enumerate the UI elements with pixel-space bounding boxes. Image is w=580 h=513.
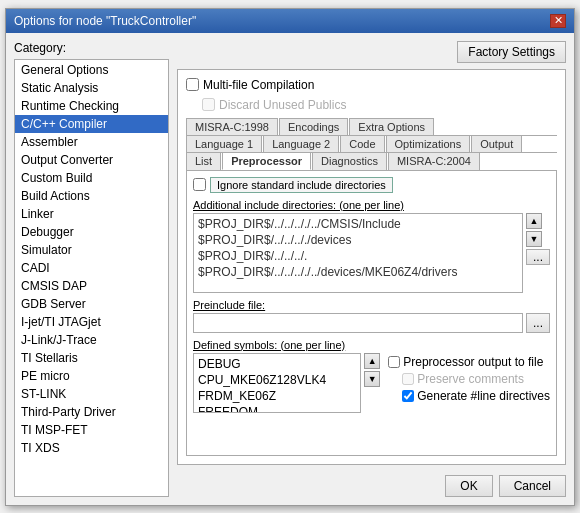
tab-misra-c-2004[interactable]: MISRA-C:2004 — [388, 152, 480, 170]
generate-line-label: Generate #line directives — [388, 389, 550, 403]
additional-dirs-section: Additional include directories: (one per… — [193, 199, 550, 293]
main-window: Options for node "TruckController" ✕ Cat… — [5, 8, 575, 506]
sidebar-item[interactable]: Output Converter — [15, 151, 168, 169]
sidebar-item[interactable]: Debugger — [15, 223, 168, 241]
preprocessor-output-label: Preprocessor output to file — [388, 355, 550, 369]
sidebar-item[interactable]: Static Analysis — [15, 79, 168, 97]
sidebar-item[interactable]: CADI — [15, 259, 168, 277]
preprocessor-output-checkbox[interactable] — [388, 356, 400, 368]
preserve-comments-checkbox[interactable] — [402, 373, 414, 385]
bottom-bar: OK Cancel — [177, 471, 566, 497]
sidebar-item[interactable]: I-jet/TI JTAGjet — [15, 313, 168, 331]
sidebar-item[interactable]: TI Stellaris — [15, 349, 168, 367]
sidebar-item[interactable]: Assembler — [15, 133, 168, 151]
preinclude-input-row: ... — [193, 313, 550, 333]
tab-language-2[interactable]: Language 2 — [263, 135, 339, 152]
dir-list-item: $PROJ_DIR$/../../.././../devices/MKE06Z4… — [198, 264, 518, 280]
preserve-comments-text: Preserve comments — [417, 372, 524, 386]
tab-list[interactable]: List — [186, 152, 221, 170]
preinclude-section: Preinclude file: ... — [193, 299, 550, 333]
sidebar-item[interactable]: J-Link/J-Trace — [15, 331, 168, 349]
tab-extra-options[interactable]: Extra Options — [349, 118, 434, 135]
tab-row-1: MISRA-C:1998EncodingsExtra Options — [186, 118, 557, 136]
dir-list-item: $PROJ_DIR$/../../.././devices — [198, 232, 518, 248]
ignore-std-include-checkbox[interactable] — [193, 178, 206, 191]
sidebar-item[interactable]: C/C++ Compiler — [15, 115, 168, 133]
defined-symbol-item: FREEDOM — [198, 404, 356, 413]
cancel-button[interactable]: Cancel — [499, 475, 566, 497]
defined-list-wrap: DEBUGCPU_MKE06Z128VLK4FRDM_KE06ZFREEDOM … — [193, 353, 380, 413]
defined-symbols-label: Defined symbols: (one per line) — [193, 339, 550, 351]
sidebar-item[interactable]: TI XDS — [15, 439, 168, 457]
tab-preprocessor[interactable]: Preprocessor — [222, 152, 311, 170]
tab-misra-c-1998[interactable]: MISRA-C:1998 — [186, 118, 278, 135]
discard-unused-checkbox[interactable] — [202, 98, 215, 111]
sidebar-item[interactable]: General Options — [15, 61, 168, 79]
preserve-comments-label: Preserve comments — [388, 372, 550, 386]
sidebar-item[interactable]: Simulator — [15, 241, 168, 259]
preprocessor-tab-content: Ignore standard include directories Addi… — [186, 170, 557, 456]
tab-container-row1: MISRA-C:1998EncodingsExtra Options — [186, 118, 557, 135]
ok-button[interactable]: OK — [445, 475, 492, 497]
options-section: Multi-file Compilation Discard Unused Pu… — [177, 69, 566, 465]
generate-line-text: Generate #line directives — [417, 389, 550, 403]
sidebar-item[interactable]: GDB Server — [15, 295, 168, 313]
multi-file-checkbox[interactable] — [186, 78, 199, 91]
preinclude-input[interactable] — [193, 313, 523, 333]
sidebar-item[interactable]: Linker — [15, 205, 168, 223]
scroll-down-btn[interactable]: ▼ — [526, 231, 542, 247]
symbol-scroll-btns: ▲ ▼ — [364, 353, 380, 413]
defined-symbol-item: CPU_MKE06Z128VLK4 — [198, 372, 356, 388]
dir-list-item: $PROJ_DIR$/../../.././../CMSIS/Include — [198, 216, 518, 232]
generate-line-checkbox[interactable] — [402, 390, 414, 402]
sidebar-item[interactable]: TI MSP-FET — [15, 421, 168, 439]
tab-output[interactable]: Output — [471, 135, 522, 152]
browse-preinclude-button[interactable]: ... — [526, 313, 550, 333]
defined-symbol-item: FRDM_KE06Z — [198, 388, 356, 404]
main-panel: Factory Settings Multi-file Compilation … — [177, 41, 566, 497]
additional-dirs-list[interactable]: $PROJ_DIR$/../../.././../CMSIS/Include$P… — [193, 213, 523, 293]
discard-unused-row: Discard Unused Publics — [186, 98, 557, 112]
sidebar-item[interactable]: ST-LINK — [15, 385, 168, 403]
multi-file-row: Multi-file Compilation — [186, 78, 557, 92]
browse-dirs-button[interactable]: ... — [526, 249, 550, 265]
additional-dirs-input-row: $PROJ_DIR$/../../.././../CMSIS/Include$P… — [193, 213, 550, 293]
sidebar-item[interactable]: Custom Build — [15, 169, 168, 187]
preinclude-label: Preinclude file: — [193, 299, 550, 311]
sym-scroll-up-btn[interactable]: ▲ — [364, 353, 380, 369]
defined-symbols-list[interactable]: DEBUGCPU_MKE06Z128VLK4FRDM_KE06ZFREEDOM — [193, 353, 361, 413]
tab-encodings[interactable]: Encodings — [279, 118, 348, 135]
preprocessor-checkboxes: Preprocessor output to file Preserve com… — [388, 353, 550, 413]
additional-dirs-label: Additional include directories: (one per… — [193, 199, 550, 211]
tab-language-1[interactable]: Language 1 — [186, 135, 262, 152]
tab-container-row3: ListPreprocessorDiagnosticsMISRA-C:2004 … — [186, 152, 557, 456]
window-body: Category: General OptionsStatic Analysis… — [6, 33, 574, 505]
scroll-up-btn[interactable]: ▲ — [526, 213, 542, 229]
close-button[interactable]: ✕ — [550, 14, 566, 28]
top-bar: Factory Settings — [177, 41, 566, 63]
preprocessor-output-text: Preprocessor output to file — [403, 355, 543, 369]
tab-optimizations[interactable]: Optimizations — [386, 135, 471, 152]
defined-symbol-item: DEBUG — [198, 356, 356, 372]
sidebar-item[interactable]: Runtime Checking — [15, 97, 168, 115]
sym-scroll-down-btn[interactable]: ▼ — [364, 371, 380, 387]
tab-row-2: Language 1Language 2CodeOptimizationsOut… — [186, 135, 557, 153]
defined-row: DEBUGCPU_MKE06Z128VLK4FRDM_KE06ZFREEDOM … — [193, 353, 550, 413]
tab-diagnostics[interactable]: Diagnostics — [312, 152, 387, 170]
title-bar: Options for node "TruckController" ✕ — [6, 9, 574, 33]
category-label: Category: — [14, 41, 169, 55]
sidebar-item[interactable]: Build Actions — [15, 187, 168, 205]
sidebar-item[interactable]: CMSIS DAP — [15, 277, 168, 295]
defined-symbols-section: Defined symbols: (one per line) DEBUGCPU… — [193, 339, 550, 449]
sidebar-item[interactable]: Third-Party Driver — [15, 403, 168, 421]
factory-settings-button[interactable]: Factory Settings — [457, 41, 566, 63]
ignore-std-include-label: Ignore standard include directories — [210, 177, 393, 193]
dir-scroll-btns: ▲ ▼ ... — [526, 213, 550, 293]
sidebar-item[interactable]: PE micro — [15, 367, 168, 385]
category-list: General OptionsStatic AnalysisRuntime Ch… — [14, 59, 169, 497]
tab-container-row2: Language 1Language 2CodeOptimizationsOut… — [186, 135, 557, 152]
discard-unused-label: Discard Unused Publics — [219, 98, 346, 112]
window-title: Options for node "TruckController" — [14, 14, 196, 28]
sidebar: Category: General OptionsStatic Analysis… — [14, 41, 169, 497]
tab-code[interactable]: Code — [340, 135, 384, 152]
